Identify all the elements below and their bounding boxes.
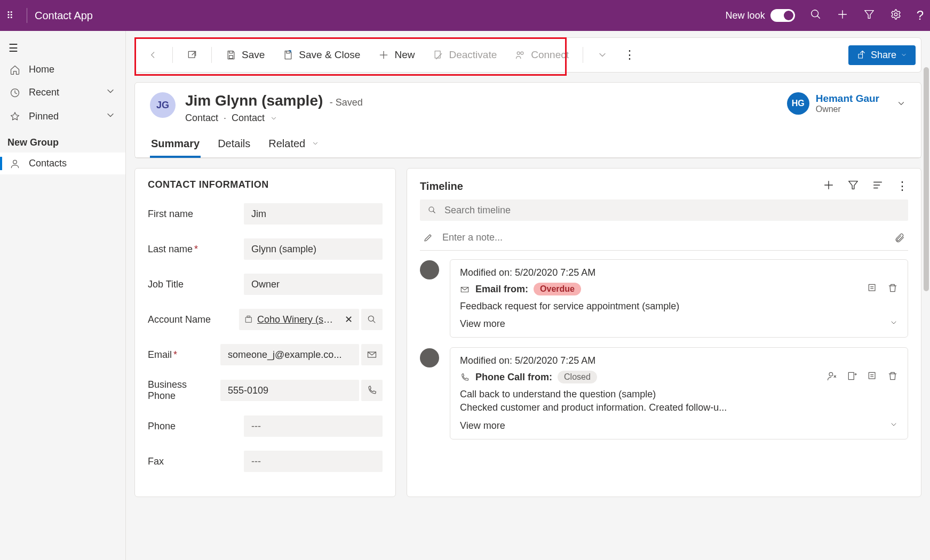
open-record-button[interactable] [179, 46, 205, 63]
main-area: Save Save & Close New Deactivate Connect [126, 31, 930, 560]
tab-summary[interactable]: Summary [150, 133, 201, 157]
section-title: CONTACT INFORMATION [148, 179, 383, 190]
connect-dropdown[interactable] [590, 46, 615, 63]
chevron-down-icon[interactable] [105, 110, 116, 123]
input-email[interactable] [220, 344, 359, 365]
timeline-item: Modified on: 5/20/2020 7:25 AM Phone Cal… [420, 347, 908, 439]
attachment-icon[interactable] [894, 233, 905, 243]
svg-point-5 [894, 13, 897, 16]
label-job-title: Job Title [148, 279, 239, 290]
sidebar-item-home[interactable]: Home [0, 59, 125, 81]
lookup-account[interactable]: Coho Winery (sam... ✕ [239, 309, 359, 330]
timeline-note-row[interactable] [420, 225, 908, 251]
timeline-note-input[interactable] [441, 231, 886, 244]
deactivate-button[interactable]: Deactivate [425, 46, 504, 64]
svg-marker-28 [849, 181, 858, 189]
input-job-title[interactable] [244, 274, 383, 295]
hamburger-icon[interactable]: ☰ [0, 37, 125, 59]
chevron-down-icon[interactable] [270, 115, 277, 122]
connect-button[interactable]: Connect [507, 46, 576, 64]
timeline-panel: Timeline ⋮ [407, 168, 921, 497]
tab-related-label: Related [268, 138, 305, 149]
timeline-type: Email from: [460, 284, 528, 295]
tab-related[interactable]: Related [267, 133, 320, 157]
search-icon[interactable] [810, 9, 822, 23]
lookup-account-value: Coho Winery (sam... [257, 314, 337, 325]
settings-icon[interactable] [890, 9, 902, 23]
tab-details[interactable]: Details [217, 133, 251, 157]
add-to-queue-icon[interactable] [847, 371, 857, 383]
app-title: Contact App [35, 10, 93, 22]
new-button[interactable]: New [371, 46, 422, 64]
svg-rect-8 [188, 51, 195, 58]
sidebar-group-header: New Group [0, 129, 125, 153]
command-bar: Save Save & Close New Deactivate Connect [134, 37, 921, 73]
input-business-phone[interactable] [220, 380, 359, 401]
label-phone: Phone [148, 421, 239, 432]
chevron-down-icon[interactable] [105, 86, 116, 99]
plus-icon[interactable] [837, 9, 848, 23]
timeline-body: Call back to understand the question (sa… [460, 388, 898, 414]
assign-icon[interactable] [826, 371, 837, 383]
help-icon[interactable]: ? [917, 8, 924, 23]
more-commands-button[interactable]: ⋮ [618, 48, 641, 62]
svg-rect-44 [869, 373, 875, 379]
input-last-name[interactable] [244, 238, 383, 260]
open-record-icon[interactable] [867, 283, 878, 295]
input-first-name[interactable] [244, 203, 383, 225]
new-look-toggle[interactable] [770, 9, 795, 22]
svg-rect-41 [848, 373, 854, 380]
delete-icon[interactable] [887, 283, 898, 295]
open-record-icon[interactable] [867, 371, 878, 383]
timeline-search-input[interactable] [443, 204, 901, 217]
timeline-add-icon[interactable] [823, 179, 834, 193]
sidebar-item-pinned[interactable]: Pinned [0, 105, 125, 129]
contact-info-panel: CONTACT INFORMATION First name Last name… [134, 168, 396, 497]
input-fax[interactable] [244, 451, 383, 472]
timeline-modified: Modified on: 5/20/2020 7:25 AM [460, 267, 898, 278]
timeline-more-icon[interactable]: ⋮ [896, 179, 908, 193]
svg-line-1 [817, 15, 820, 18]
record-form[interactable]: Contact [232, 113, 265, 124]
save-close-button[interactable]: Save & Close [275, 46, 368, 64]
mail-icon[interactable] [361, 344, 383, 365]
sidebar-item-contacts[interactable]: Contacts [0, 153, 125, 174]
owner-block[interactable]: HG Hemant Gaur Owner [787, 92, 906, 115]
timeline-viewmore[interactable]: View more [460, 420, 898, 431]
filter-icon[interactable] [863, 9, 875, 23]
back-button[interactable] [140, 46, 166, 63]
timeline-viewmore[interactable]: View more [460, 318, 898, 330]
timeline-sort-icon[interactable] [872, 179, 884, 193]
svg-rect-10 [229, 51, 233, 53]
input-phone[interactable] [244, 415, 383, 437]
svg-rect-35 [869, 284, 875, 291]
record-status: - Saved [330, 97, 363, 108]
status-badge: Overdue [534, 283, 581, 295]
delete-icon[interactable] [887, 371, 898, 383]
label-account: Account Name [148, 314, 234, 325]
phone-icon [460, 373, 470, 382]
phone-icon[interactable] [361, 380, 383, 401]
scrollbar[interactable] [924, 67, 929, 291]
share-button[interactable]: Share [848, 45, 916, 65]
sidebar: ☰ Home Recent Pinned New Group Contacts [0, 31, 126, 560]
label-last-name: Last name [148, 244, 193, 254]
timeline-search[interactable] [420, 199, 908, 221]
owner-role: Owner [816, 105, 879, 114]
waffle-icon[interactable]: ⠿ [6, 10, 19, 21]
lookup-search-icon[interactable] [361, 309, 383, 330]
svg-point-38 [829, 373, 833, 377]
sidebar-item-recent[interactable]: Recent [0, 81, 125, 105]
svg-rect-19 [859, 54, 863, 59]
deactivate-label: Deactivate [449, 49, 497, 61]
owner-name: Hemant Gaur [816, 93, 879, 105]
svg-rect-15 [435, 51, 441, 58]
sidebar-label-contacts: Contacts [29, 158, 67, 169]
chevron-down-icon[interactable] [896, 99, 906, 108]
timeline-filter-icon[interactable] [847, 179, 859, 193]
save-button[interactable]: Save [218, 46, 272, 64]
lookup-clear-icon[interactable]: ✕ [341, 314, 356, 325]
label-email: Email [148, 349, 172, 360]
save-label: Save [242, 49, 265, 61]
save-close-label: Save & Close [299, 49, 360, 61]
